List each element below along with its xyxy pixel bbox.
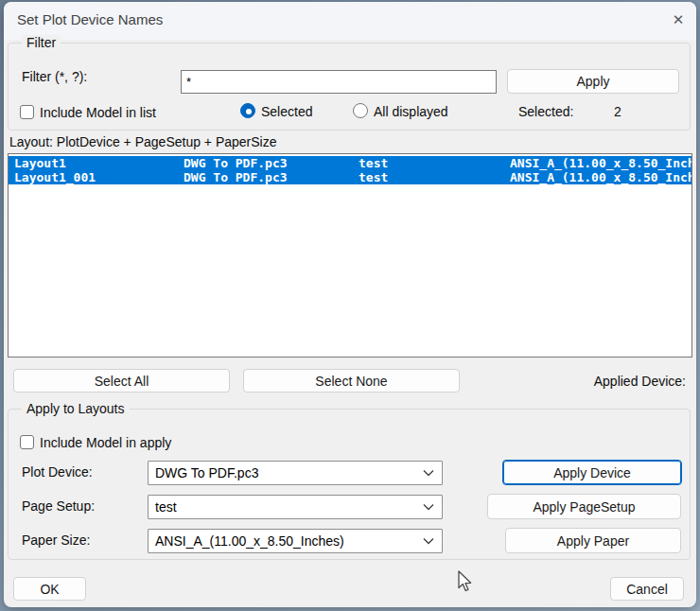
apply-group-title: Apply to Layouts [22, 401, 130, 417]
plot-device-combobox[interactable]: DWG To PDF.pc3 [148, 461, 443, 485]
include-model-in-list-label[interactable]: Include Model in list [40, 104, 156, 121]
paper-size-label: Paper Size: [22, 532, 90, 549]
include-model-in-apply-checkbox[interactable] [20, 435, 34, 449]
include-model-in-apply-label[interactable]: Include Model in apply [40, 434, 171, 451]
select-none-button[interactable]: Select None [243, 369, 460, 393]
filter-group-title: Filter [22, 35, 61, 51]
cell-plot-device: DWG To PDF.pc3 [184, 170, 288, 184]
filter-apply-button[interactable]: Apply [507, 69, 679, 94]
plot-device-label: Plot Device: [22, 463, 93, 480]
apply-paper-button[interactable]: Apply Paper [505, 528, 681, 553]
selected-count-value: 2 [614, 103, 621, 120]
apply-device-button[interactable]: Apply Device [502, 460, 682, 485]
titlebar: Set Plot Device Names ✕ [4, 2, 696, 40]
set-plot-device-names-dialog: Set Plot Device Names ✕ Filter Filter (*… [4, 2, 696, 607]
page-setup-value: test [155, 499, 177, 515]
cell-paper-size: ANSI_A_(11.00_x_8.50_Inches) [510, 156, 692, 170]
apply-to-layouts-group: Apply to Layouts Include Model in apply … [8, 409, 691, 560]
chevron-down-icon [423, 469, 434, 477]
include-model-in-list-checkbox[interactable] [20, 105, 34, 119]
list-row[interactable]: Layout1_001 DWG To PDF.pc3 test ANSI_A_(… [9, 170, 691, 184]
all-displayed-radio[interactable] [353, 103, 368, 118]
cell-page-setup: test [359, 170, 388, 184]
all-displayed-radio-label[interactable]: All displayed [374, 103, 448, 120]
page-setup-label: Page Setup: [22, 498, 95, 515]
cell-paper-size: ANSI_A_(11.00_x_8.50_Inches) [510, 170, 692, 184]
close-button[interactable]: ✕ [666, 8, 691, 32]
layout-list[interactable]: Layout1 DWG To PDF.pc3 test ANSI_A_(11.0… [8, 153, 692, 358]
cell-layout-name: Layout1 [14, 156, 66, 170]
list-header-label: Layout: PlotDevice + PageSetup + PaperSi… [9, 133, 277, 150]
plot-device-value: DWG To PDF.pc3 [155, 465, 258, 480]
filter-input[interactable] [181, 70, 497, 94]
mouse-cursor-icon [456, 570, 472, 593]
page-setup-combobox[interactable]: test [148, 495, 443, 519]
paper-size-combobox[interactable]: ANSI_A_(11.00_x_8.50_Inches) [148, 529, 443, 553]
cell-layout-name: Layout1_001 [14, 170, 96, 184]
cell-plot-device: DWG To PDF.pc3 [184, 156, 288, 170]
filter-group: Filter Filter (*, ?): Apply Include Mode… [8, 43, 691, 131]
select-all-button[interactable]: Select All [13, 369, 230, 393]
chevron-down-icon [423, 503, 434, 511]
selected-radio-label[interactable]: Selected [261, 103, 312, 120]
applied-device-label: Applied Device: [594, 373, 686, 390]
selected-radio[interactable] [240, 103, 255, 118]
close-icon: ✕ [673, 11, 685, 28]
paper-size-value: ANSI_A_(11.00_x_8.50_Inches) [155, 533, 344, 549]
cell-page-setup: test [359, 156, 388, 170]
chevron-down-icon [423, 537, 434, 545]
list-row[interactable]: Layout1 DWG To PDF.pc3 test ANSI_A_(11.0… [9, 156, 691, 170]
cancel-button[interactable]: Cancel [610, 577, 684, 601]
apply-pagesetup-button[interactable]: Apply PageSetup [487, 494, 681, 519]
selected-count-label: Selected: [518, 103, 573, 120]
filter-pattern-label: Filter (*, ?): [22, 68, 87, 85]
dialog-title: Set Plot Device Names [17, 11, 163, 27]
ok-button[interactable]: OK [13, 577, 86, 601]
